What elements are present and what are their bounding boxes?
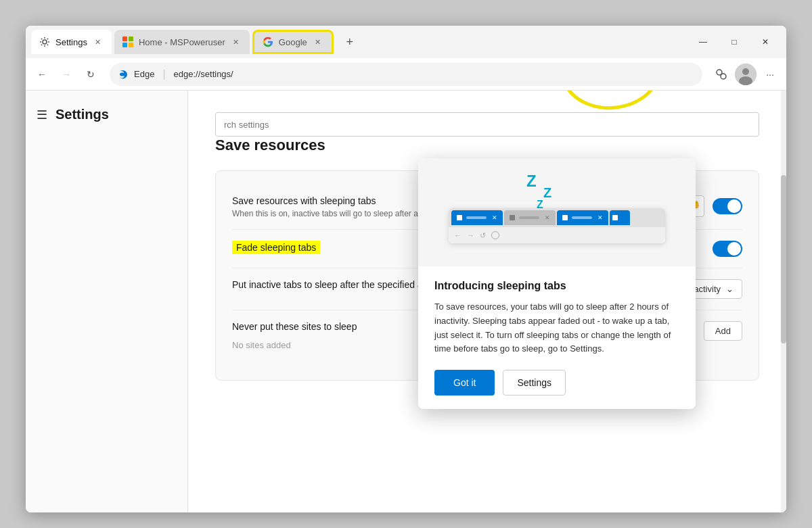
minimize-button[interactable]: — — [687, 31, 719, 53]
mspoweruser-tab-icon — [122, 37, 133, 47]
settings-button[interactable]: Settings — [503, 370, 566, 395]
popup-title: Introducing sleeping tabs — [434, 280, 679, 292]
edge-label: Edge — [134, 69, 154, 79]
yellow-circle-annotation — [557, 91, 665, 114]
save-resources-toggle[interactable] — [713, 198, 742, 214]
collections-button[interactable] — [710, 64, 732, 85]
forward-button[interactable]: → — [55, 64, 77, 85]
sidebar: ☰ Settings — [26, 91, 188, 512]
google-tab-close[interactable]: ✕ — [313, 37, 323, 47]
fade-sleeping-controls — [713, 241, 742, 257]
sidebar-title: Settings — [55, 107, 109, 122]
popup-actions: Got it Settings — [434, 370, 679, 395]
mini-browser: ✕ ✕ ✕ — [449, 208, 665, 243]
nav-right-controls: ··· — [710, 64, 781, 85]
z-letter-3: Z — [537, 199, 543, 211]
mini-tab-dot-3 — [562, 215, 568, 220]
main-content: ☰ Settings Save resources Save resources… — [26, 91, 786, 512]
maximize-button[interactable]: □ — [719, 31, 750, 53]
chevron-down-icon: ⌄ — [726, 284, 734, 294]
tab-settings[interactable]: Settings ✕ — [31, 30, 112, 54]
scrollbar-track — [781, 91, 786, 512]
popup-content: Introducing sleeping tabs To save resour… — [418, 266, 696, 409]
fade-sleeping-toggle[interactable] — [713, 241, 742, 257]
browser-window: Settings ✕ Home - MSPoweruser ✕ — [26, 26, 786, 512]
settings-tab-icon — [39, 37, 50, 47]
svg-point-6 — [721, 74, 726, 79]
edge-favicon — [118, 69, 129, 80]
content-area: Save resources Save resources with sleep… — [188, 91, 786, 512]
refresh-button[interactable]: ↻ — [80, 64, 102, 85]
new-tab-button[interactable]: + — [339, 31, 361, 53]
google-tab-icon — [263, 37, 273, 47]
svg-point-8 — [742, 68, 749, 75]
address-bar[interactable]: Edge | edge://settings/ — [110, 63, 702, 86]
fade-sleeping-label: Fade sleeping tabs — [232, 241, 320, 254]
title-bar: Settings ✕ Home - MSPoweruser ✕ — [26, 26, 786, 58]
svg-point-0 — [43, 40, 47, 44]
svg-rect-3 — [122, 43, 127, 47]
address-separator: | — [162, 68, 165, 80]
close-button[interactable]: ✕ — [750, 31, 781, 53]
profile-button[interactable] — [735, 64, 757, 85]
mini-tabs: ✕ ✕ ✕ — [449, 208, 665, 227]
svg-rect-4 — [129, 43, 133, 47]
more-options-button[interactable]: ··· — [759, 64, 781, 85]
google-tab-label: Google — [279, 37, 307, 47]
z-letter-2: Z — [543, 185, 551, 201]
scrollbar-thumb[interactable] — [781, 175, 786, 344]
mini-tab-line-1 — [466, 216, 487, 219]
mini-tab-1: ✕ — [451, 210, 503, 225]
mspoweruser-tab-label: Home - MSPoweruser — [139, 37, 225, 47]
section-title: Save resources — [215, 137, 759, 154]
tab-mspoweruser[interactable]: Home - MSPoweruser ✕ — [114, 30, 250, 54]
mini-tab-3: ✕ — [557, 210, 608, 225]
settings-tab-close[interactable]: ✕ — [93, 37, 104, 47]
sleeping-tabs-popup: ✕ Z Z Z ✕ — [418, 158, 696, 409]
mini-nav: ← → ↺ — [449, 227, 665, 243]
mini-nav-search — [491, 231, 499, 239]
mini-tab-line-2 — [519, 216, 539, 219]
address-text: edge://settings/ — [174, 69, 233, 79]
tab-google[interactable]: Google ✕ — [252, 30, 334, 54]
add-site-button[interactable]: Add — [704, 321, 742, 341]
search-input[interactable] — [215, 112, 759, 137]
mini-tab-line-3 — [572, 216, 592, 219]
back-button[interactable]: ← — [31, 64, 53, 85]
popup-description: To save resources, your tabs will go to … — [434, 300, 679, 356]
z-letter-1: Z — [526, 172, 537, 191]
mini-tab-dot-1 — [457, 215, 462, 220]
never-sleep-controls: Add — [704, 321, 742, 341]
mini-tab-2: ✕ — [504, 210, 556, 225]
mini-tab-dot-4 — [612, 215, 618, 220]
got-it-button[interactable]: Got it — [434, 370, 495, 395]
sidebar-header: ☰ Settings — [26, 101, 187, 128]
mini-tab-4 — [610, 210, 630, 225]
svg-rect-1 — [122, 37, 127, 41]
settings-tab-label: Settings — [55, 37, 87, 47]
window-controls: — □ ✕ — [687, 31, 781, 53]
mini-tab-dot-2 — [510, 215, 515, 220]
nav-bar: ← → ↻ Edge | edge://settings/ — [26, 58, 786, 91]
popup-illustration: Z Z Z ✕ — [418, 158, 696, 266]
svg-rect-2 — [129, 37, 133, 41]
mspoweruser-tab-close[interactable]: ✕ — [231, 37, 242, 47]
hamburger-menu[interactable]: ☰ — [37, 107, 47, 122]
